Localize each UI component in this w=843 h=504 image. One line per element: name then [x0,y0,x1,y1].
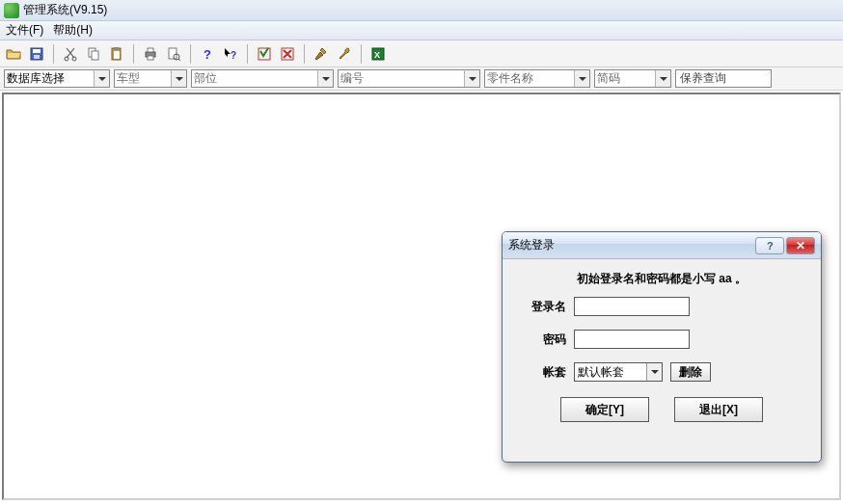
dropdown-arrow-icon [655,70,670,87]
excel-icon[interactable]: X [368,44,388,64]
exit-button[interactable]: 退出[X] [674,397,763,422]
menu-help[interactable]: 帮助(H) [53,22,93,39]
username-label: 登录名 [520,299,566,315]
paste-icon[interactable] [107,44,126,64]
toolbar: ? ? X [0,40,843,67]
username-input[interactable] [574,297,690,316]
svg-rect-13 [169,48,177,59]
dialog-body: 初始登录名和密码都是小写 aa 。 登录名 密码 帐套 默认帐套 删除 确定[Y… [503,259,821,432]
account-row: 帐套 默认帐套 删除 [520,362,803,382]
svg-rect-11 [148,48,153,52]
save-icon[interactable] [27,44,46,64]
box-cross-red-icon[interactable] [278,44,297,64]
part-name-select[interactable]: 零件名称 [484,69,590,88]
login-hint: 初始登录名和密码都是小写 aa 。 [520,271,803,287]
part-name-placeholder: 零件名称 [485,70,574,87]
print-icon[interactable] [141,44,160,64]
copy-icon[interactable] [84,44,103,64]
svg-text:?: ? [204,47,211,62]
dropdown-arrow-icon [464,70,479,87]
close-icon: ✕ [796,240,805,252]
serial-placeholder: 编号 [339,70,464,87]
account-label: 帐套 [520,364,566,381]
dropdown-arrow-icon [646,363,662,381]
section-placeholder: 部位 [192,70,317,87]
serial-select[interactable]: 编号 [338,69,480,88]
dropdown-arrow-icon [171,70,186,87]
car-type-select[interactable]: 车型 [114,69,187,88]
dialog-help-button[interactable]: ? [755,237,784,254]
preview-icon[interactable] [164,44,183,64]
help-icon[interactable]: ? [198,44,217,64]
svg-text:?: ? [767,240,774,252]
filter-bar: 数据库选择 车型 部位 编号 零件名称 简码 保养查询 [0,67,843,91]
watermark: 下载吧 [748,458,835,494]
delete-account-button[interactable]: 删除 [670,362,711,382]
database-select-label: 数据库选择 [5,70,94,87]
shortcode-select[interactable]: 简码 [594,69,671,88]
account-select[interactable]: 默认帐套 [574,362,663,382]
cut-icon[interactable] [61,44,80,64]
database-select[interactable]: 数据库选择 [4,69,110,88]
box-check-red-icon[interactable] [255,44,274,64]
menu-bar: 文件(F) 帮助(H) [0,21,843,40]
dialog-title: 系统登录 [508,237,749,253]
password-row: 密码 [520,330,803,349]
username-row: 登录名 [520,297,803,316]
svg-text:?: ? [231,50,236,61]
svg-rect-9 [114,51,120,59]
hammer-icon[interactable] [312,44,331,64]
svg-rect-2 [34,55,40,59]
login-dialog: 系统登录 ? ✕ 初始登录名和密码都是小写 aa 。 登录名 密码 帐套 默认帐… [502,231,822,463]
context-help-icon[interactable]: ? [221,44,240,64]
svg-rect-12 [148,56,153,60]
dialog-actions: 确定[Y] 退出[X] [520,397,803,422]
dropdown-arrow-icon [94,70,109,87]
app-icon [4,3,19,18]
svg-rect-1 [33,49,41,53]
password-input[interactable] [574,330,690,349]
car-type-placeholder: 车型 [115,70,171,87]
title-bar: 管理系统(V9.15) [0,0,843,21]
open-icon[interactable] [4,44,23,64]
dropdown-arrow-icon [574,70,589,87]
window-title: 管理系统(V9.15) [23,2,107,18]
password-label: 密码 [520,332,566,348]
menu-file[interactable]: 文件(F) [6,22,43,39]
svg-text:X: X [374,50,380,60]
wrench-icon[interactable] [335,44,354,64]
dialog-title-bar: 系统登录 ? ✕ [503,232,821,259]
account-select-value: 默认帐套 [575,364,646,381]
section-select[interactable]: 部位 [191,69,334,88]
dropdown-arrow-icon [317,70,333,87]
svg-rect-8 [114,47,119,50]
svg-rect-6 [92,51,98,60]
maintenance-query-label[interactable]: 保养查询 [675,69,772,88]
dialog-close-button[interactable]: ✕ [786,237,815,254]
shortcode-placeholder: 简码 [595,70,655,87]
ok-button[interactable]: 确定[Y] [560,397,649,422]
